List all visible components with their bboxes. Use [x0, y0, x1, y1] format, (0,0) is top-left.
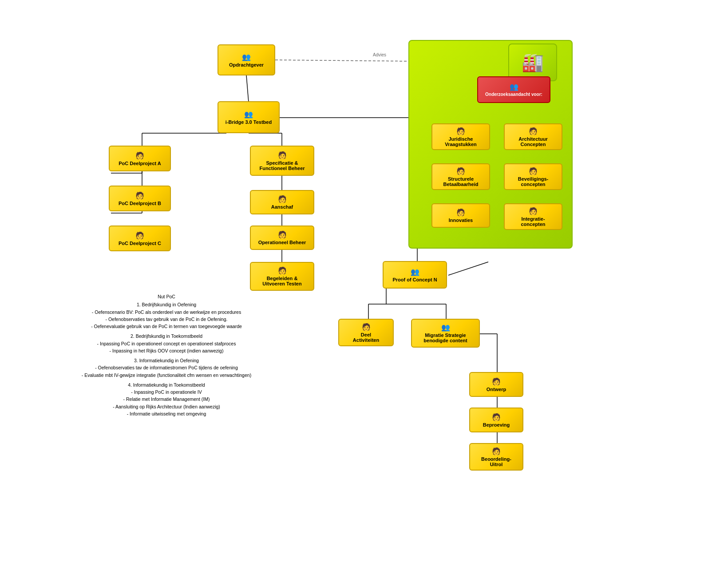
begeleiden-label: Begeleiden &Uitvoeren Testen: [262, 276, 301, 286]
beproeving-icon: 🧑: [492, 413, 501, 421]
architectuur-label: ArchitectuurConcepten: [518, 136, 547, 147]
integratie-label: Integratie-concepten: [521, 216, 545, 227]
deel-activiteiten-label: DeelActiviteiten: [353, 332, 379, 343]
poc-a-label: PoC Deelproject A: [119, 161, 161, 166]
ontwerp-label: Ontwerp: [487, 387, 506, 392]
poc-a-node: 🧑 PoC Deelproject A: [109, 146, 171, 171]
migratie-label: Migratie Strategiebenodigde content: [423, 333, 467, 343]
opdrachtgever-node: 👥 Opdrachtgever: [218, 44, 275, 75]
operationeel-node: 🧑 Operationeel Beheer: [250, 226, 314, 250]
onderzoeksaandacht-label: Onderzoeksaandacht voor:: [485, 92, 542, 97]
deel-activiteiten-icon: 🧑: [362, 323, 371, 331]
diagram-container: 🏭 Advies 👥 Opdrachtgever 👥 i-Bridge 3.0 …: [0, 0, 728, 574]
beveiliging-label: Beveiligings-concepten: [518, 176, 548, 187]
poc-n-icon: 👥: [411, 268, 419, 276]
beproeving-label: Beproeving: [483, 422, 510, 428]
poc-c-icon: 🧑: [135, 231, 144, 240]
ibridge-node: 👥 i-Bridge 3.0 Testbed: [218, 101, 280, 133]
opdrachtgever-icon: 👥: [242, 53, 251, 61]
beveiliging-icon: 🧑: [529, 167, 538, 175]
factory-icon: 🏭: [522, 52, 544, 73]
juridische-label: JuridischeVraagstukken: [445, 136, 477, 147]
ontwerp-node: 🧑 Ontwerp: [469, 372, 523, 397]
innovaties-node: 🧑 Innovaties: [431, 203, 490, 228]
architectuur-node: 🧑 ArchitectuurConcepten: [504, 123, 562, 150]
begeleiden-icon: 🧑: [278, 266, 287, 275]
advies-label: Advies: [373, 52, 386, 57]
juridische-node: 🧑 JuridischeVraagstukken: [431, 123, 490, 150]
opdrachtgever-label: Opdrachtgever: [229, 62, 264, 67]
beproeving-node: 🧑 Beproeving: [469, 408, 523, 432]
svg-line-35: [448, 262, 488, 275]
integratie-icon: 🧑: [529, 207, 538, 215]
beoordeling-node: 🧑 Beoordeling-Uitrol: [469, 443, 523, 471]
poc-b-node: 🧑 PoC Deelproject B: [109, 186, 171, 211]
architectuur-icon: 🧑: [529, 127, 538, 135]
structurele-node: 🧑 StructureleBetaalbaarheid: [431, 163, 490, 190]
aanschaf-node: 🧑 Aanschaf: [250, 190, 314, 214]
migratie-node: 👥 Migratie Strategiebenodigde content: [411, 319, 480, 348]
ibridge-label: i-Bridge 3.0 Testbed: [226, 119, 272, 125]
migratie-icon: 👥: [441, 323, 450, 332]
onderzoeksaandacht-node: 👥 Onderzoeksaandacht voor:: [477, 76, 550, 103]
innovaties-label: Innovaties: [449, 218, 473, 223]
operationeel-icon: 🧑: [278, 230, 287, 239]
aanschaf-label: Aanschaf: [271, 204, 293, 210]
poc-c-node: 🧑 PoC Deelproject C: [109, 226, 171, 251]
nut-poc-text: Nut PoC 1. Bedrijfskundig in Oefening - …: [24, 293, 309, 417]
specificatie-icon: 🧑: [278, 151, 287, 159]
begeleiden-node: 🧑 Begeleiden &Uitvoeren Testen: [250, 262, 314, 291]
connector-lines: [0, 0, 728, 574]
onderzoeksaandacht-icon: 👥: [510, 83, 518, 91]
poc-b-label: PoC Deelproject B: [119, 201, 161, 206]
innovaties-icon: 🧑: [456, 208, 465, 217]
juridische-icon: 🧑: [456, 127, 465, 135]
poc-n-node: 👥 Proof of Concept N: [383, 261, 447, 289]
poc-n-label: Proof of Concept N: [392, 277, 437, 282]
structurele-icon: 🧑: [456, 167, 465, 175]
aanschaf-icon: 🧑: [278, 195, 287, 203]
beoordeling-icon: 🧑: [492, 447, 501, 455]
operationeel-label: Operationeel Beheer: [258, 240, 306, 245]
deel-activiteiten-node: 🧑 DeelActiviteiten: [338, 319, 394, 346]
beoordeling-label: Beoordeling-Uitrol: [481, 456, 511, 467]
specificatie-label: Specificatie &Functioneel Beheer: [259, 160, 305, 171]
ontwerp-icon: 🧑: [492, 377, 501, 386]
ibridge-icon: 👥: [244, 110, 253, 119]
poc-a-icon: 🧑: [135, 151, 144, 160]
specificatie-node: 🧑 Specificatie &Functioneel Beheer: [250, 146, 314, 176]
structurele-label: StructureleBetaalbaarheid: [443, 176, 479, 187]
beveiliging-node: 🧑 Beveiligings-concepten: [504, 163, 562, 190]
factory-box: 🏭: [508, 44, 557, 81]
integratie-node: 🧑 Integratie-concepten: [504, 203, 562, 230]
poc-b-icon: 🧑: [135, 191, 144, 200]
svg-line-0: [246, 75, 249, 102]
poc-c-label: PoC Deelproject C: [119, 241, 161, 246]
